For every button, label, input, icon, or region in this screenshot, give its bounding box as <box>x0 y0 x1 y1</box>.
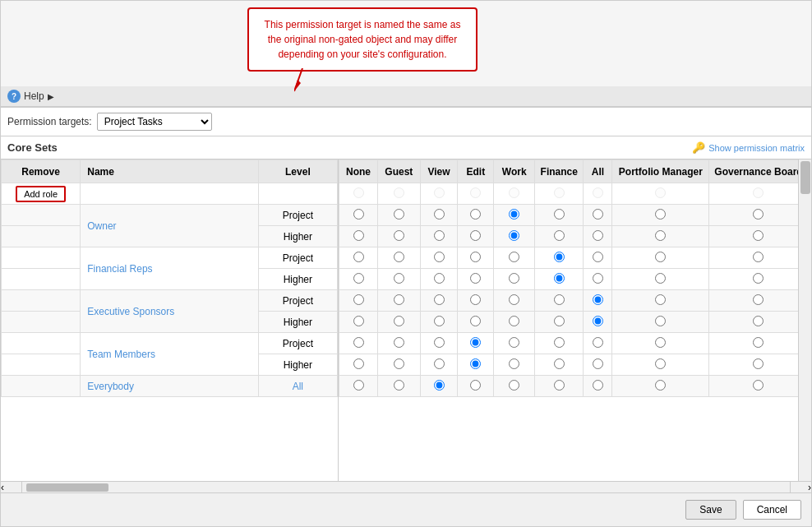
radio-all-0[interactable] <box>593 187 603 198</box>
radio-all-owner-proj[interactable] <box>593 209 603 220</box>
radio-work-team-high[interactable] <box>509 358 519 369</box>
radio-edit-0[interactable] <box>470 187 481 198</box>
radio-edit-owner-proj[interactable] <box>470 209 481 220</box>
radio-finance-0[interactable] <box>554 187 565 198</box>
radio-guest-everybody[interactable] <box>394 380 404 391</box>
radio-guest-finreps-proj[interactable] <box>394 252 404 262</box>
radio-all-finreps-proj[interactable] <box>593 252 603 262</box>
help-label[interactable]: Help <box>24 90 44 102</box>
radio-guest-team-proj[interactable] <box>394 337 404 348</box>
radio-guest-exec-high[interactable] <box>394 316 404 326</box>
radio-governance-team-high[interactable] <box>753 358 764 369</box>
radio-guest-team-high[interactable] <box>394 358 404 369</box>
h-scroll-track[interactable] <box>22 482 790 492</box>
radio-governance-owner-high[interactable] <box>753 230 764 241</box>
radio-view-exec-proj[interactable] <box>434 294 445 305</box>
radio-view-team-proj[interactable] <box>434 337 445 348</box>
radio-work-exec-proj[interactable] <box>509 294 519 305</box>
radio-all-team-high[interactable] <box>593 358 603 369</box>
save-button[interactable]: Save <box>685 500 736 520</box>
radio-edit-exec-proj[interactable] <box>470 294 481 305</box>
radio-portfolio-0[interactable] <box>655 187 666 198</box>
radio-portfolio-exec-proj[interactable] <box>655 294 666 305</box>
radio-governance-finreps-proj[interactable] <box>753 252 764 262</box>
radio-finance-everybody[interactable] <box>554 380 565 391</box>
radio-governance-owner-proj[interactable] <box>753 209 764 220</box>
radio-work-finreps-proj[interactable] <box>509 252 519 262</box>
radio-governance-team-proj[interactable] <box>753 337 764 348</box>
radio-portfolio-everybody[interactable] <box>655 380 666 391</box>
radio-finance-owner-high[interactable] <box>554 230 565 241</box>
radio-all-finreps-high[interactable] <box>593 273 603 284</box>
radio-governance-0[interactable] <box>753 187 764 198</box>
radio-governance-exec-proj[interactable] <box>753 294 764 305</box>
radio-view-team-high[interactable] <box>434 358 445 369</box>
radio-portfolio-team-high[interactable] <box>655 358 666 369</box>
show-permission-matrix-link[interactable]: 🔑 Show permission matrix <box>692 141 805 154</box>
radio-view-finreps-proj[interactable] <box>434 252 445 262</box>
radio-view-finreps-high[interactable] <box>434 273 445 284</box>
radio-edit-exec-high[interactable] <box>470 316 481 326</box>
radio-edit-team-proj[interactable] <box>470 337 481 348</box>
radio-finance-exec-high[interactable] <box>554 316 565 326</box>
permission-targets-select[interactable]: Project Tasks Tasks Work Items <box>97 113 212 131</box>
radio-guest-finreps-high[interactable] <box>394 273 404 284</box>
radio-governance-exec-high[interactable] <box>753 316 764 326</box>
radio-none-0[interactable] <box>353 187 364 198</box>
radio-finance-finreps-proj[interactable] <box>554 252 565 262</box>
radio-portfolio-team-proj[interactable] <box>655 337 666 348</box>
radio-view-0[interactable] <box>434 187 445 198</box>
h-scroll-left-arrow[interactable]: ‹ <box>1 482 22 492</box>
radio-all-team-proj[interactable] <box>593 337 603 348</box>
radio-portfolio-owner-high[interactable] <box>655 230 666 241</box>
scroll-thumb[interactable] <box>800 161 810 194</box>
radio-all-exec-proj[interactable] <box>593 294 603 305</box>
h-scroll-right-arrow[interactable]: › <box>790 482 811 492</box>
radio-none-everybody[interactable] <box>353 380 364 391</box>
radio-all-owner-high[interactable] <box>593 230 603 241</box>
radio-view-exec-high[interactable] <box>434 316 445 326</box>
radio-guest-owner-proj[interactable] <box>394 209 404 220</box>
radio-view-owner-high[interactable] <box>434 230 445 241</box>
radio-edit-everybody[interactable] <box>470 380 481 391</box>
radio-finance-team-high[interactable] <box>554 358 565 369</box>
radio-governance-everybody[interactable] <box>753 380 764 391</box>
radio-guest-0[interactable] <box>394 187 404 198</box>
radio-edit-finreps-proj[interactable] <box>470 252 481 262</box>
radio-work-owner-high[interactable] <box>509 230 519 241</box>
radio-all-exec-high[interactable] <box>593 316 603 326</box>
radio-none-owner-high[interactable] <box>353 230 364 241</box>
radio-finance-exec-proj[interactable] <box>554 294 565 305</box>
radio-none-exec-proj[interactable] <box>353 294 364 305</box>
radio-work-finreps-high[interactable] <box>509 273 519 284</box>
radio-none-owner-proj[interactable] <box>353 209 364 220</box>
radio-view-owner-proj[interactable] <box>434 209 445 220</box>
radio-work-team-proj[interactable] <box>509 337 519 348</box>
radio-guest-owner-high[interactable] <box>394 230 404 241</box>
radio-none-finreps-high[interactable] <box>353 273 364 284</box>
radio-none-exec-high[interactable] <box>353 316 364 326</box>
h-scroll-thumb[interactable] <box>26 483 108 492</box>
radio-view-everybody[interactable] <box>434 380 445 391</box>
radio-governance-finreps-high[interactable] <box>753 273 764 284</box>
radio-finance-team-proj[interactable] <box>554 337 565 348</box>
radio-none-finreps-proj[interactable] <box>353 252 364 262</box>
radio-work-owner-proj[interactable] <box>509 209 519 220</box>
radio-all-everybody[interactable] <box>593 380 603 391</box>
radio-none-team-proj[interactable] <box>353 337 364 348</box>
cancel-button[interactable]: Cancel <box>743 500 801 520</box>
radio-work-everybody[interactable] <box>509 380 519 391</box>
radio-none-team-high[interactable] <box>353 358 364 369</box>
radio-portfolio-finreps-proj[interactable] <box>655 252 666 262</box>
radio-edit-team-high[interactable] <box>470 358 481 369</box>
radio-finance-finreps-high[interactable] <box>554 273 565 284</box>
vertical-scrollbar[interactable] <box>798 159 811 481</box>
radio-finance-owner-proj[interactable] <box>554 209 565 220</box>
add-role-button[interactable]: Add role <box>16 186 66 202</box>
radio-work-exec-high[interactable] <box>509 316 519 326</box>
radio-portfolio-exec-high[interactable] <box>655 316 666 326</box>
radio-portfolio-owner-proj[interactable] <box>655 209 666 220</box>
radio-work-0[interactable] <box>509 187 519 198</box>
radio-portfolio-finreps-high[interactable] <box>655 273 666 284</box>
radio-edit-finreps-high[interactable] <box>470 273 481 284</box>
